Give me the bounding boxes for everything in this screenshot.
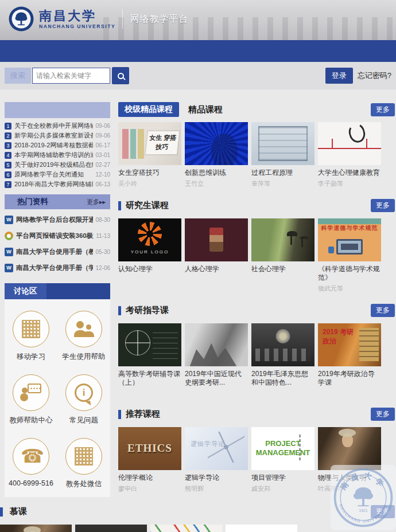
nav-item[interactable] <box>139 49 146 53</box>
course-card[interactable]: PROJECT MANAGEMENT 项目管理学 戚安邦 <box>251 427 315 493</box>
course-thumbnail[interactable]: 科学道德与学术规范 <box>318 218 381 261</box>
news-tab[interactable] <box>5 102 57 118</box>
course-card[interactable]: 社会心理学 <box>251 218 315 293</box>
course-title[interactable]: 创新思维训练 <box>185 169 248 178</box>
more-button[interactable]: 更多 <box>371 408 395 421</box>
nav-item[interactable] <box>117 49 124 53</box>
more-button[interactable]: 更多 <box>371 103 395 116</box>
course-thumbnail[interactable] <box>118 323 181 366</box>
course-title[interactable]: 人格心理学 <box>185 265 248 274</box>
news-title[interactable]: 新学期公共多媒体教室新设备使... <box>14 131 93 140</box>
course-card[interactable]: 2019 考研政治 2019年考研政治导学课 <box>318 323 381 397</box>
course-card[interactable]: 物理与人类文明 叶高翔等 <box>0 525 72 532</box>
course-thumbnail[interactable] <box>150 525 222 532</box>
shortcut-circle[interactable] <box>13 438 49 475</box>
course-thumbnail[interactable]: PROJECT MANAGEMENT <box>226 525 297 532</box>
hot-material-title[interactable]: 南昌大学平台使用手册（教师） <box>16 248 93 256</box>
hot-material-title[interactable]: 南昌大学平台使用手册（学生） <box>16 264 93 272</box>
news-item[interactable]: 5 关于做好2019年校级精品在线... 02-27 <box>5 160 110 170</box>
course-thumbnail[interactable] <box>185 122 248 165</box>
news-tab[interactable] <box>57 102 110 118</box>
news-title[interactable]: 本学期网络辅助教学培训的通知 <box>14 151 93 159</box>
news-item[interactable]: 2 新学期公共多媒体教室新设备使... 09-06 <box>5 131 110 140</box>
forgot-password-link[interactable]: 忘记密码? <box>358 71 391 81</box>
course-title[interactable]: 2019年考研政治导学课 <box>318 370 381 388</box>
course-thumbnail[interactable]: 女生 穿搭技巧 <box>118 122 181 165</box>
course-title[interactable]: 逻辑学导论 <box>185 474 248 483</box>
course-thumbnail[interactable]: ETHICS <box>118 427 181 470</box>
discussion-shortcut[interactable]: 教务处微信 <box>59 438 109 489</box>
course-card[interactable]: 逻辑学导论 逻辑学导论 熊明辉 <box>185 427 248 493</box>
news-title[interactable]: 关于做好2019年校级精品在线... <box>14 161 93 169</box>
course-title[interactable]: 大学生心理健康教育 <box>318 169 381 178</box>
course-card[interactable]: 女生 穿搭技巧 女生穿搭技巧 吴小吟 <box>118 122 181 188</box>
course-card[interactable]: YOUR LOGO 认知心理学 <box>118 218 181 293</box>
hot-material-item[interactable]: 网络教学平台后台权限开通申请... 08-30 <box>5 212 110 228</box>
course-title[interactable]: 2019年毛泽东思想和中国特色... <box>251 370 315 388</box>
hot-materials-more-link[interactable]: 更多▸▸ <box>87 198 106 206</box>
shortcut-circle[interactable] <box>65 374 102 411</box>
course-title[interactable]: 高等数学考研辅导课（上） <box>118 370 181 388</box>
course-card[interactable]: 学术基本要素：专业论文写作 <box>150 525 222 532</box>
news-title[interactable]: 2018-2019-2网辅考核数据截止... <box>14 141 93 150</box>
nav-item[interactable] <box>8 49 15 53</box>
course-thumbnail[interactable] <box>251 122 315 165</box>
course-title[interactable]: 社会心理学 <box>251 265 315 274</box>
course-card[interactable]: 科学道德与学术规范 《科学道德与学术规范》 饶武元等 <box>318 218 381 293</box>
course-title[interactable]: 过程工程原理 <box>251 169 315 178</box>
course-card[interactable]: 创新思维训练 王竹立 <box>185 122 248 188</box>
search-input[interactable] <box>32 68 110 84</box>
nav-item[interactable] <box>30 49 37 53</box>
news-item[interactable]: 4 本学期网络辅助教学培训的通知 03-01 <box>5 150 110 160</box>
news-title[interactable]: 2018年南昌大学教师网络辅助... <box>14 180 93 189</box>
shortcut-circle[interactable] <box>13 374 49 411</box>
featured-badge-button[interactable]: 校级精品课程 <box>118 102 179 117</box>
course-title[interactable]: 女生穿搭技巧 <box>118 169 181 178</box>
news-item[interactable]: 6 原网络教学平台关闭通知 12-10 <box>5 170 110 179</box>
news-item[interactable]: 1 关于在全校教师中开展网络辅助... 09-06 <box>5 121 110 131</box>
hot-material-item[interactable]: 南昌大学平台使用手册（教师） 05-30 <box>5 244 110 260</box>
course-thumbnail[interactable]: YOUR LOGO <box>118 218 181 261</box>
nav-item[interactable] <box>73 49 80 53</box>
course-card[interactable]: PROJECT MANAGEMENT 项目管理学 戚安邦 <box>226 525 297 532</box>
course-card[interactable]: 高等数学考研辅导课（上） <box>118 323 181 397</box>
nav-item[interactable] <box>52 49 59 53</box>
discussion-shortcut[interactable]: 移动学习 <box>6 311 56 362</box>
course-thumbnail[interactable]: PROJECT MANAGEMENT <box>251 427 315 470</box>
course-thumbnail[interactable]: 2019 考研政治 <box>318 323 381 366</box>
course-title[interactable]: 认知心理学 <box>118 265 181 274</box>
course-card[interactable]: 大学生心理健康教育 李子勋等 <box>318 122 381 188</box>
course-card[interactable]: ETHICS 伦理学概论 廖申白 <box>118 427 181 493</box>
hot-material-item[interactable]: 平台网页报错误安装360极速浏... 11-13 <box>5 228 110 244</box>
more-button[interactable]: 更多 <box>371 199 395 212</box>
news-title[interactable]: 原网络教学平台关闭通知 <box>14 170 93 179</box>
discussion-shortcut[interactable]: 学生使用帮助 <box>59 311 109 362</box>
hot-material-title[interactable]: 网络教学平台后台权限开通申请... <box>16 216 93 224</box>
course-card[interactable]: 前进中的物理学与人类文明 尹澜 <box>75 525 147 532</box>
hot-material-item[interactable]: 南昌大学平台使用手册（学生） 12-06 <box>5 260 110 276</box>
course-card[interactable]: 2019年毛泽东思想和中国特色... <box>251 323 315 397</box>
more-button[interactable]: 更多 <box>371 304 395 317</box>
course-title[interactable]: 项目管理学 <box>251 474 315 483</box>
course-thumbnail[interactable] <box>318 122 381 165</box>
course-card[interactable]: 过程工程原理 章萍等 <box>251 122 315 188</box>
news-title[interactable]: 关于在全校教师中开展网络辅助... <box>14 122 93 130</box>
shortcut-circle[interactable] <box>65 438 102 475</box>
course-thumbnail[interactable]: 逻辑学导论 <box>185 427 248 470</box>
search-button[interactable] <box>112 67 129 84</box>
course-title[interactable]: 伦理学概论 <box>118 474 181 483</box>
course-thumbnail[interactable] <box>251 323 315 366</box>
course-thumbnail[interactable] <box>75 525 147 532</box>
nav-item[interactable] <box>95 49 102 53</box>
discussion-shortcut[interactable]: 教师帮助中心 <box>6 374 56 425</box>
course-thumbnail[interactable] <box>251 218 315 261</box>
course-thumbnail[interactable] <box>185 323 248 366</box>
news-item[interactable]: 3 2018-2019-2网辅考核数据截止... 06-17 <box>5 140 110 150</box>
discussion-shortcut[interactable]: 400-6999-516 <box>6 438 56 489</box>
login-button[interactable]: 登录 <box>325 68 353 84</box>
course-thumbnail[interactable] <box>185 218 248 261</box>
discussion-shortcut[interactable]: 常见问题 <box>59 374 109 425</box>
course-card[interactable]: 人格心理学 <box>185 218 248 293</box>
news-item[interactable]: 7 2018年南昌大学教师网络辅助... 06-13 <box>5 179 110 189</box>
course-card[interactable]: 2019年中国近现代史纲要考研... <box>185 323 248 397</box>
